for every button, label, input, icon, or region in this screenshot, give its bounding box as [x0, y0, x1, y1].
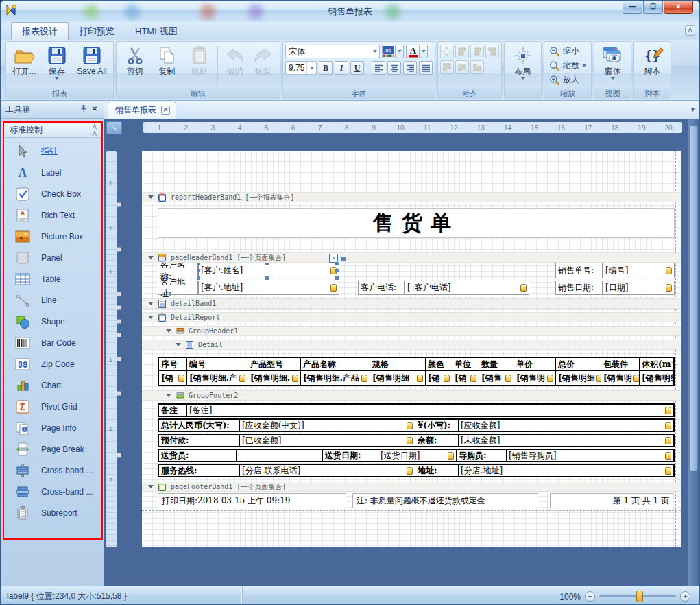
toolbox-item-shape[interactable]: Shape	[4, 311, 101, 332]
size-to-grid-button[interactable]	[440, 45, 454, 58]
detail-data-cell[interactable]: [销售明细.产	[187, 371, 248, 385]
detail-header-cell[interactable]: 产品名称	[301, 358, 370, 370]
band-detail-report[interactable]: DetailReport	[142, 312, 681, 322]
band-resize-handle[interactable]	[117, 305, 121, 310]
zoom-out-button[interactable]: −	[585, 591, 595, 602]
band-page-header[interactable]: pageHeaderBand1 [一个页面集合] ›	[142, 252, 681, 263]
toolbox-item-richtext[interactable]: ARich Text	[4, 204, 101, 226]
band-resize-handle[interactable]	[117, 357, 121, 361]
detail-data-cell[interactable]: [销	[426, 371, 452, 385]
italic-button[interactable]: I	[335, 61, 348, 75]
align-rights-button[interactable]	[485, 45, 499, 58]
report-title-label[interactable]: 售货单	[158, 208, 675, 238]
tab-report-design[interactable]: 报表设计	[11, 22, 69, 40]
footer-label-cell[interactable]: 预付款:	[159, 435, 239, 446]
detail-data-cell[interactable]: [销售明	[514, 371, 555, 385]
detail-header-cell[interactable]: 数量	[479, 358, 514, 370]
font-color-a-icon[interactable]: A	[406, 45, 420, 58]
collapse-triangle-icon[interactable]	[148, 316, 154, 319]
band-resize-handle[interactable]	[117, 333, 121, 337]
toolbox-item-pagebreak[interactable]: Page Break	[4, 438, 101, 460]
detail-header-cell[interactable]: 产品型号	[248, 358, 300, 370]
footer-label-cell[interactable]: 地址:	[415, 465, 458, 476]
collapse-triangle-icon[interactable]	[148, 195, 154, 199]
align-middles-button[interactable]	[455, 60, 469, 74]
detail-header-cell[interactable]: 包装件	[601, 358, 639, 370]
band-detail[interactable]: Detail	[142, 340, 681, 350]
toolbox-item-crossband1[interactable]: Cross-band ...	[4, 460, 101, 481]
highlight-color-button[interactable]: ab	[382, 45, 404, 58]
close-icon[interactable]: ✕	[89, 104, 100, 115]
tab-print-preview[interactable]: 打印预览	[69, 23, 125, 40]
collapse-triangle-icon[interactable]	[148, 302, 154, 305]
band-resize-handle[interactable]	[117, 453, 121, 458]
footer-label-cell[interactable]: 导购员:	[457, 450, 506, 461]
align-right-button[interactable]	[403, 61, 417, 75]
save-button[interactable]: 保存	[40, 43, 73, 88]
band-group-footer[interactable]: GroupFooter2	[142, 390, 681, 401]
align-center-button[interactable]	[387, 61, 401, 75]
open-button[interactable]: 打开...	[8, 43, 40, 88]
footer-field-cell[interactable]: [未收金额]	[459, 435, 673, 446]
zoom-slider-thumb[interactable]	[636, 591, 643, 602]
footer-label-cell[interactable]: ¥(小写):	[415, 420, 458, 431]
detail-data-cell[interactable]: [销	[159, 371, 186, 385]
align-bottoms-button[interactable]	[470, 60, 484, 74]
undo-button[interactable]: 撤消	[220, 43, 249, 88]
footer-label-cell[interactable]: 送货员:	[159, 450, 236, 461]
chevron-down-icon[interactable]: ▼	[690, 106, 696, 113]
toolbox-item-zipcode[interactable]: 88Zip Code	[4, 353, 101, 375]
chevron-down-icon[interactable]	[370, 45, 379, 58]
zoom-in-button[interactable]: +	[680, 591, 690, 602]
footer-label-cell[interactable]: 送货日期:	[323, 450, 378, 461]
document-tab[interactable]: 销售单报表 ✕	[108, 102, 176, 119]
align-tops-button[interactable]	[440, 60, 454, 74]
detail-header-cell[interactable]: 颜色	[426, 358, 452, 370]
script-button[interactable]: {} 脚本	[636, 43, 668, 88]
tab-html-view[interactable]: HTML视图	[125, 23, 187, 40]
align-centers-button[interactable]	[470, 45, 484, 58]
font-size-combo[interactable]: 9.75	[285, 61, 317, 75]
detail-header-cell[interactable]: 单位	[452, 358, 479, 370]
toolbox-item-pointer[interactable]: 指针	[4, 141, 101, 162]
toolbox-item-table[interactable]: Table	[4, 268, 101, 289]
toolbox-item-chart[interactable]: Chart	[4, 375, 101, 396]
footer-field-cell[interactable]: [销售导购员]	[507, 450, 673, 461]
detail-data-cell[interactable]: [销售明细	[556, 371, 601, 385]
bold-button[interactable]: B	[319, 61, 333, 75]
redo-button[interactable]: 恢复	[249, 43, 278, 88]
footer-field-cell[interactable]: [备注]	[187, 405, 673, 416]
footer-label-cell[interactable]: 服务热线:	[159, 465, 239, 476]
highlight-ab-icon[interactable]: ab	[382, 45, 396, 58]
detail-data-cell[interactable]: [销售明细.	[248, 371, 300, 385]
horizontal-ruler[interactable]: ·1·2·3·4·5·6·7·8·9·10·11·12·13·14·15·16·…	[143, 122, 682, 133]
zoom-in-button[interactable]: 放大	[546, 73, 589, 86]
footer-field-cell[interactable]: [分店.联系电话]	[240, 465, 415, 476]
collapse-triangle-icon[interactable]	[166, 329, 171, 333]
save-all-button[interactable]: Save All	[73, 43, 111, 88]
footer-field-cell[interactable]: [应收金额]	[459, 420, 673, 431]
font-color-button[interactable]: A	[406, 45, 428, 58]
detail-header-cell[interactable]: 编号	[187, 358, 248, 370]
scrollbar-thumb[interactable]	[689, 125, 698, 471]
customer-name-field[interactable]: [客户.姓名]	[198, 263, 339, 278]
page-number-label[interactable]: 第 1 页 共 1 页	[550, 493, 673, 508]
copy-button[interactable]: 复制	[151, 43, 183, 88]
collapse-triangle-icon[interactable]	[148, 485, 154, 488]
band-resize-handle[interactable]	[117, 202, 121, 207]
zoom-out-button[interactable]: 缩小	[546, 45, 589, 58]
view-dropdown-icon[interactable]	[611, 77, 615, 80]
toolbox-section-header[interactable]: 标准控制 ᐱᐱ	[4, 123, 101, 138]
sale-number-label[interactable]: 销售单号:	[555, 263, 603, 278]
band-resize-handle[interactable]	[117, 292, 121, 296]
footer-label-cell[interactable]: 余额:	[415, 435, 458, 446]
vertical-ruler[interactable]: 111112	[106, 151, 117, 547]
detail-header-cell[interactable]: 单价	[514, 358, 555, 370]
customer-address-label[interactable]: 客户地址:	[158, 281, 198, 295]
zoom-slider[interactable]	[599, 595, 676, 597]
detail-data-cell[interactable]: [销售明细	[370, 371, 425, 385]
toolbox-item-checkbox[interactable]: Check Box	[4, 183, 101, 204]
paste-button[interactable]: 粘贴	[183, 43, 215, 88]
band-page-footer[interactable]: pageFooterBand1 [一个页面集合]	[142, 482, 681, 492]
smart-tag-button[interactable]: ›	[329, 254, 338, 263]
